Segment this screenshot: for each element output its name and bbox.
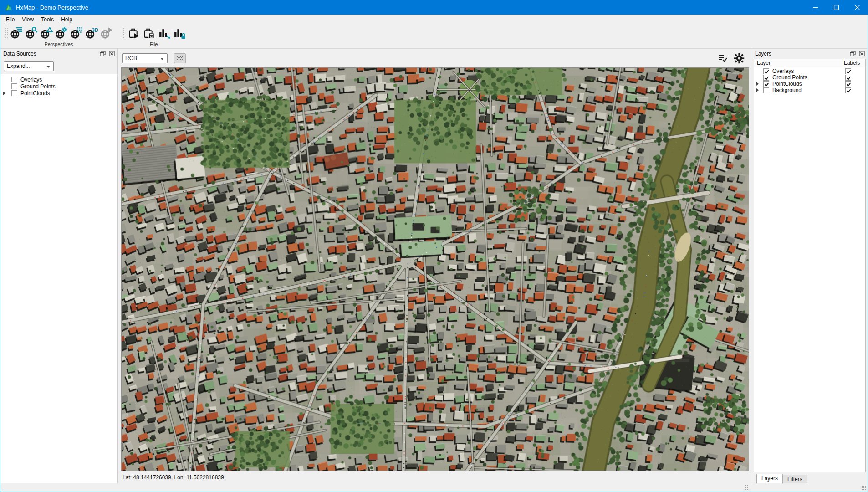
- layer-row-label: Background: [769, 87, 802, 93]
- main-area: Data Sources Expand... Overlays: [0, 49, 868, 483]
- tree-item-overlays[interactable]: Overlays: [0, 76, 117, 83]
- histogram-points-button[interactable]: [157, 26, 172, 41]
- project-run-button[interactable]: [127, 26, 142, 41]
- texture-pattern-button[interactable]: [174, 53, 186, 63]
- layer-row-overlays[interactable]: Overlays: [754, 68, 865, 74]
- toolbar-drag-handle[interactable]: [5, 27, 8, 39]
- menu-file[interactable]: File: [2, 15, 18, 24]
- project-save-button[interactable]: [142, 26, 157, 41]
- map-settings-button[interactable]: [733, 52, 745, 65]
- map-statusbar: Lat: 48.1441726039, Lon: 11.5622816839: [118, 471, 752, 483]
- map-viewport[interactable]: [121, 67, 749, 471]
- app-logo-icon: [4, 3, 13, 12]
- window-title: HxMap - Demo Perspective: [16, 4, 88, 11]
- svg-text:3D: 3D: [92, 27, 98, 33]
- app-window: HxMap - Demo Perspective File View Tools…: [0, 0, 868, 492]
- ground-points-checkbox[interactable]: [11, 83, 17, 89]
- data-sources-tree: Overlays Ground Points PointClouds: [0, 74, 117, 483]
- menu-view[interactable]: View: [18, 15, 37, 24]
- toolbar-group-label-perspectives: Perspectives: [3, 41, 114, 48]
- tree-item-label: PointClouds: [17, 90, 50, 97]
- tree-item-label: Overlays: [17, 77, 42, 83]
- titlebar: HxMap - Demo Perspective: [0, 0, 868, 15]
- layer-row-background[interactable]: Background: [754, 87, 865, 93]
- band-combo[interactable]: RGB: [122, 53, 168, 63]
- data-sources-panel: Data Sources Expand... Overlays: [0, 49, 118, 483]
- layer-labels-checkbox[interactable]: [845, 68, 851, 74]
- overlays-checkbox[interactable]: [11, 77, 17, 82]
- histogram-locked-icon: [173, 27, 185, 39]
- expand-arrow-icon[interactable]: [0, 92, 8, 95]
- expand-arrow-icon[interactable]: [754, 88, 761, 92]
- toolbar-group-perspectives: 3D Perspectives: [3, 25, 114, 48]
- menu-tools[interactable]: Tools: [37, 15, 57, 24]
- column-header-layer[interactable]: Layer: [754, 59, 842, 67]
- layer-visibility-checkbox[interactable]: [763, 81, 769, 87]
- menu-help[interactable]: Help: [57, 15, 76, 24]
- map-canvas[interactable]: [122, 68, 749, 471]
- perspective-measure-button[interactable]: [39, 26, 54, 41]
- project-save-icon: [143, 27, 155, 39]
- layer-labels-checkbox[interactable]: [845, 75, 851, 81]
- toolbar-drag-handle[interactable]: [122, 27, 125, 39]
- layer-row-label: Ground Points: [769, 74, 807, 81]
- layer-visibility-checkbox[interactable]: [763, 68, 769, 74]
- perspective-list-button[interactable]: [9, 26, 24, 41]
- globe-grid-icon: [71, 27, 83, 39]
- tab-filters[interactable]: Filters: [782, 475, 807, 483]
- column-header-labels[interactable]: Labels: [842, 59, 865, 67]
- layer-labels-checkbox[interactable]: [845, 87, 851, 93]
- list-check-icon: [718, 54, 728, 63]
- toolbar-group-label-file: File: [121, 41, 187, 48]
- tree-item-pointclouds[interactable]: PointClouds: [0, 90, 117, 97]
- toolbar: 3D Perspectives: [0, 25, 868, 49]
- chevron-down-icon: [46, 66, 50, 68]
- histogram-locked-button[interactable]: [172, 26, 187, 41]
- perspective-settings-button[interactable]: [54, 26, 69, 41]
- expand-combo-value: Expand...: [7, 63, 30, 69]
- tree-item-ground-points[interactable]: Ground Points: [0, 83, 117, 90]
- maximize-button[interactable]: [826, 0, 847, 15]
- perspective-grid-button[interactable]: [69, 26, 84, 41]
- layer-visibility-checkbox[interactable]: [763, 75, 769, 81]
- globe-settings-icon: [56, 27, 68, 39]
- layer-row-label: PointClouds: [769, 81, 802, 87]
- globe-list-icon: [10, 27, 23, 39]
- layers-title: Layers: [755, 51, 848, 57]
- layer-list-check-button[interactable]: [716, 52, 729, 65]
- close-panel-button[interactable]: [108, 51, 116, 57]
- layers-table: Layer Labels Overlays: [754, 59, 866, 472]
- close-panel-button[interactable]: [858, 51, 866, 57]
- menubar: File View Tools Help: [0, 15, 868, 25]
- texture-pattern-icon: [176, 56, 184, 61]
- tree-item-label: Ground Points: [17, 83, 56, 90]
- resize-grip[interactable]: [861, 485, 867, 491]
- layers-table-header: Layer Labels: [754, 59, 865, 67]
- map-toolbar: RGB: [118, 49, 752, 67]
- layer-visibility-checkbox[interactable]: [763, 87, 769, 93]
- tab-layers[interactable]: Layers: [756, 474, 783, 483]
- close-button[interactable]: [847, 0, 868, 15]
- minimize-button[interactable]: [805, 0, 826, 15]
- toolbar-group-file: File: [121, 25, 187, 48]
- coordinates-readout: Lat: 48.1441726039, Lon: 11.5622816839: [123, 474, 224, 481]
- layer-row-pointclouds[interactable]: PointClouds: [754, 81, 865, 87]
- perspective-3d-button[interactable]: 3D: [84, 26, 99, 41]
- layers-header: Layers: [752, 49, 868, 59]
- layer-labels-checkbox[interactable]: [845, 81, 851, 87]
- expand-combo[interactable]: Expand...: [4, 61, 54, 71]
- pointclouds-checkbox[interactable]: [11, 90, 17, 96]
- data-sources-header: Data Sources: [0, 49, 117, 59]
- perspective-search-button[interactable]: [24, 26, 39, 41]
- histogram-points-icon: [158, 27, 170, 39]
- layers-panel-tabs: Layers Filters: [752, 472, 868, 483]
- data-sources-title: Data Sources: [3, 51, 97, 57]
- window-footer: [0, 483, 868, 492]
- map-area: RGB: [118, 49, 752, 483]
- expand-arrow-icon[interactable]: [754, 82, 761, 86]
- globe-measure-icon: [41, 27, 53, 39]
- layer-row-ground-points[interactable]: Ground Points: [754, 74, 865, 81]
- splitter-grip[interactable]: [745, 485, 748, 491]
- float-panel-button[interactable]: [99, 51, 107, 57]
- float-panel-button[interactable]: [849, 51, 857, 57]
